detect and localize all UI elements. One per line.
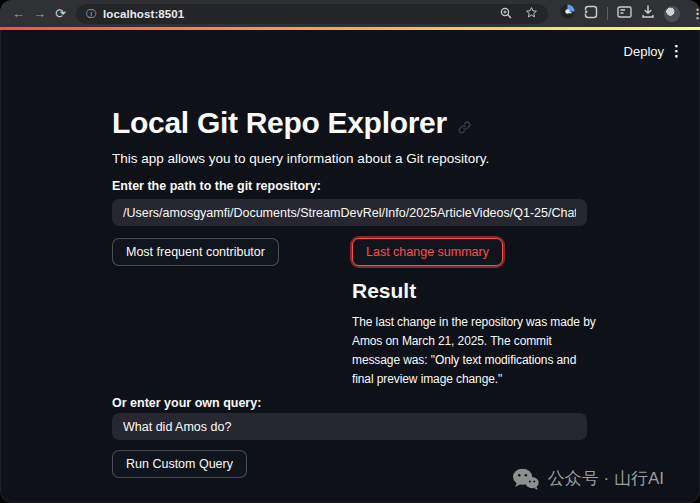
run-custom-query-button[interactable]: Run Custom Query (112, 450, 247, 478)
speedometer-extension-icon[interactable] (560, 4, 575, 23)
refresh-icon[interactable]: ⟳ (50, 3, 71, 24)
toolbar-extension-area: ⋮ (560, 4, 700, 23)
streamlit-app: Deploy ⋮ Local Git Repo Explorer This ap… (0, 30, 700, 503)
custom-query-label: Or enter your own query: (112, 396, 261, 410)
extensions-icon[interactable] (584, 5, 598, 23)
wechat-icon (512, 468, 539, 490)
browser-menu-icon[interactable]: ⋮ (689, 7, 700, 20)
deploy-button[interactable]: Deploy (624, 44, 664, 59)
profile-avatar[interactable] (664, 6, 680, 22)
url-text[interactable]: localhost:8501 (103, 8, 184, 20)
result-text: The last change in the repository was ma… (352, 313, 597, 389)
last-change-summary-button[interactable]: Last change summary (352, 238, 503, 266)
custom-query-input[interactable] (112, 413, 587, 440)
app-description: This app allows you to query information… (112, 151, 489, 166)
page-title: Local Git Repo Explorer (112, 104, 472, 142)
repo-path-label: Enter the path to the git repository: (112, 179, 321, 193)
back-icon[interactable]: ← (8, 3, 29, 24)
side-panel-icon[interactable] (617, 5, 632, 23)
browser-toolbar: ← → ⟳ ⓘ localhost:8501 (0, 0, 700, 27)
result-heading: Result (352, 279, 416, 303)
watermark-text: 公众号 · 山行AI (548, 467, 664, 490)
watermark: 公众号 · 山行AI (512, 467, 664, 490)
page-title-text: Local Git Repo Explorer (112, 106, 447, 140)
toolbar-separator (607, 7, 608, 20)
forward-icon[interactable]: → (29, 3, 50, 24)
browser-window: ← → ⟳ ⓘ localhost:8501 (0, 0, 700, 503)
bookmark-star-icon[interactable] (525, 5, 538, 23)
anchor-link-icon[interactable] (457, 108, 472, 142)
repo-path-input[interactable] (112, 199, 587, 226)
zoom-icon[interactable] (500, 5, 512, 23)
site-info-icon[interactable]: ⓘ (86, 9, 96, 19)
download-icon[interactable] (641, 5, 655, 23)
address-bar[interactable]: ⓘ localhost:8501 (76, 4, 548, 24)
most-frequent-contributor-button[interactable]: Most frequent contributor (112, 238, 279, 266)
app-menu-icon[interactable]: ⋮ (669, 42, 685, 60)
